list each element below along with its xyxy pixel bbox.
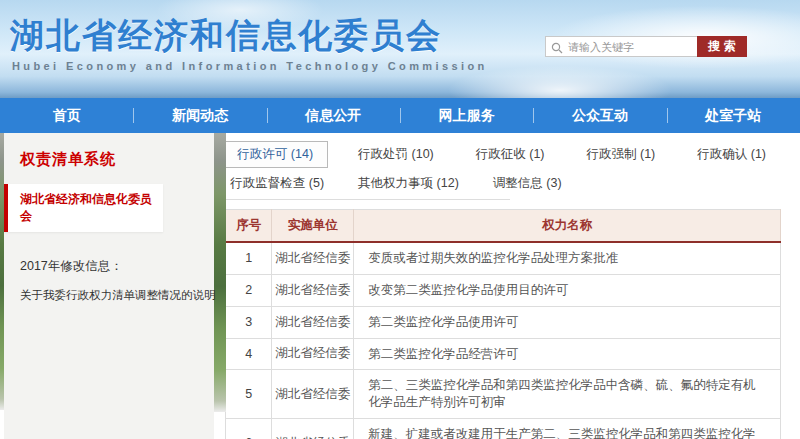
tab-administrative-licensing[interactable]: 行政许可 (14) xyxy=(222,141,328,168)
table-row: 5 湖北省经信委 第二、三类监控化学品和第四类监控化学品中含磷、硫、氟的特定有机… xyxy=(226,370,781,419)
powers-table: 序号 实施单位 权力名称 1 湖北省经信委 变质或者过期失效的监控化学品处理方案… xyxy=(225,209,781,439)
table-row: 3 湖北省经信委 第二类监控化学品使用许可 xyxy=(226,306,781,338)
row-seq: 5 xyxy=(226,370,272,419)
left-column: 权责清单系统 湖北省经济和信息化委员会 2017年修改信息： 关于我委行政权力清… xyxy=(0,133,213,439)
row-seq: 6 xyxy=(226,419,272,439)
row-power-name: 第二类监控化学品经营许可 xyxy=(354,338,781,370)
nav-item-news[interactable]: 新闻动态 xyxy=(133,98,266,133)
tab-row-2: 行政监督检查 (5) 其他权力事项 (12) 调整信息 (3) xyxy=(222,171,800,196)
tab-adjustment-info[interactable]: 调整信息 (3) xyxy=(485,171,570,196)
row-seq: 1 xyxy=(226,242,272,274)
row-power-name: 变质或者过期失效的监控化学品处理方案批准 xyxy=(354,242,781,274)
row-power-name: 第二、三类监控化学品和第四类监控化学品中含磷、硫、氟的特定有机化学品生产特别许可… xyxy=(354,370,781,419)
tab-administrative-penalty[interactable]: 行政处罚 (10) xyxy=(350,142,442,167)
nav-item-online-services[interactable]: 网上服务 xyxy=(400,98,533,133)
row-unit: 湖北省经信委 xyxy=(272,370,354,419)
tab-administrative-confirmation[interactable]: 行政确认 (1) xyxy=(689,142,774,167)
row-unit: 湖北省经信委 xyxy=(272,274,354,306)
tab-row-1: 行政许可 (14) 行政处罚 (10) 行政征收 (1) 行政强制 (1) 行政… xyxy=(222,141,800,168)
row-seq: 2 xyxy=(226,274,272,306)
row-seq: 3 xyxy=(226,306,272,338)
nav-item-home[interactable]: 首页 xyxy=(0,98,133,133)
tab-administrative-coercion[interactable]: 行政强制 (1) xyxy=(579,142,664,167)
search-input[interactable] xyxy=(545,36,697,57)
page-header: 湖北省经济和信息化委员会 Hubei Economy and Informati… xyxy=(0,0,800,98)
search-icon xyxy=(551,40,563,52)
header-power-name: 权力名称 xyxy=(354,210,781,242)
row-unit: 湖北省经信委 xyxy=(272,242,354,274)
sidebar-item-commission[interactable]: 湖北省经济和信息化委员会 xyxy=(4,184,163,232)
row-power-name: 改变第二类监控化学品使用目的许可 xyxy=(354,274,781,306)
row-seq: 4 xyxy=(226,338,272,370)
nav-item-department-sites[interactable]: 处室子站 xyxy=(667,98,800,133)
nav-item-info-disclosure[interactable]: 信息公开 xyxy=(267,98,400,133)
tab-supervision-inspection[interactable]: 行政监督检查 (5) xyxy=(222,171,332,196)
row-power-name: 新建、扩建或者改建用于生产第二、三类监控化学品和第四类监控化学品中含磷、硫、氟的… xyxy=(354,419,781,439)
row-power-name: 第二类监控化学品使用许可 xyxy=(354,306,781,338)
row-unit: 湖北省经信委 xyxy=(272,306,354,338)
sidebar-note-link[interactable]: 关于我委行政权力清单调整情况的说明 xyxy=(20,288,214,303)
background-photo-strip-right xyxy=(214,133,226,412)
content-area: 权责清单系统 湖北省经济和信息化委员会 2017年修改信息： 关于我委行政权力清… xyxy=(0,133,800,439)
search-bar: 搜索 xyxy=(545,36,747,57)
site-subtitle-english: Hubei Economy and Information Technology… xyxy=(12,60,488,72)
table-row: 6 湖北省经信委 新建、扩建或者改建用于生产第二、三类监控化学品和第四类监控化学… xyxy=(226,419,781,439)
table-row: 4 湖北省经信委 第二类监控化学品经营许可 xyxy=(226,338,781,370)
tab-administrative-collection[interactable]: 行政征收 (1) xyxy=(468,142,553,167)
nav-item-public-interaction[interactable]: 公众互动 xyxy=(533,98,666,133)
site-title: 湖北省经济和信息化委员会 xyxy=(10,13,442,59)
sidebar-note-title: 2017年修改信息： xyxy=(20,258,214,275)
sidebar-system-title: 权责清单系统 xyxy=(20,150,214,169)
header-seq: 序号 xyxy=(226,210,272,242)
table-header-row: 序号 实施单位 权力名称 xyxy=(226,210,781,242)
sidebar-panel: 权责清单系统 湖北省经济和信息化委员会 2017年修改信息： 关于我委行政权力清… xyxy=(4,133,214,439)
row-unit: 湖北省经信委 xyxy=(272,338,354,370)
table-row: 2 湖北省经信委 改变第二类监控化学品使用目的许可 xyxy=(226,274,781,306)
row-unit: 湖北省经信委 xyxy=(272,419,354,439)
main-nav: 首页 新闻动态 信息公开 网上服务 公众互动 处室子站 xyxy=(0,98,800,133)
search-input-wrap xyxy=(545,36,697,57)
main-column: 行政许可 (14) 行政处罚 (10) 行政征收 (1) 行政强制 (1) 行政… xyxy=(213,133,800,439)
search-button[interactable]: 搜索 xyxy=(697,36,747,57)
tab-other-power-matters[interactable]: 其他权力事项 (12) xyxy=(350,171,467,196)
table-row: 1 湖北省经信委 变质或者过期失效的监控化学品处理方案批准 xyxy=(226,242,781,274)
header-unit: 实施单位 xyxy=(272,210,354,242)
tab-underline-divider xyxy=(222,199,510,200)
